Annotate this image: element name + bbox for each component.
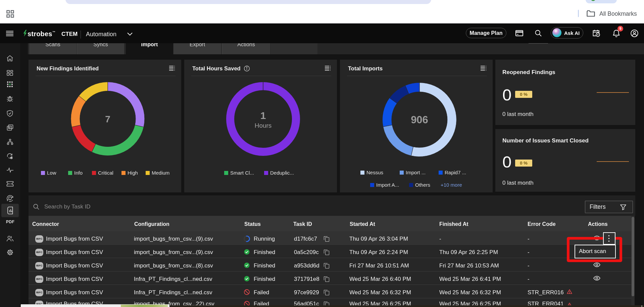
svg-text:906: 906 — [411, 114, 428, 126]
svg-text:Hours: Hours — [255, 122, 272, 129]
svg-text:7: 7 — [105, 114, 110, 124]
svg-text:1: 1 — [260, 110, 266, 121]
